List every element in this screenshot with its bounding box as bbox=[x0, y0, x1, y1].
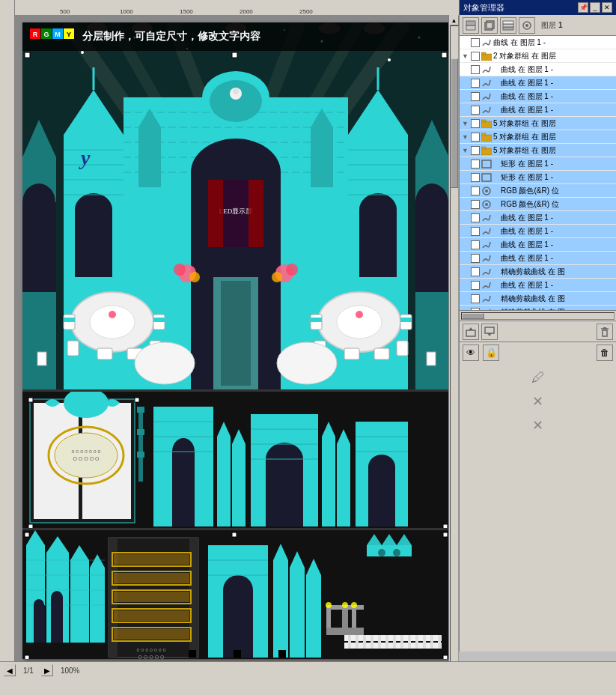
titlebar-close-button[interactable]: ✕ bbox=[602, 2, 612, 13]
toolbar-icon-1[interactable] bbox=[463, 17, 479, 34]
svg-rect-210 bbox=[326, 605, 331, 628]
svg-point-212 bbox=[326, 602, 332, 608]
svg-rect-144 bbox=[232, 444, 246, 526]
expand-icon[interactable]: ▼ bbox=[462, 120, 469, 127]
canvas-content: y bbox=[22, 22, 449, 659]
svg-marker-267 bbox=[469, 327, 473, 330]
titlebar-minimize-button[interactable]: _ bbox=[590, 2, 600, 13]
object-visibility-checkbox[interactable] bbox=[471, 160, 480, 169]
object-visibility-checkbox[interactable] bbox=[471, 65, 480, 74]
obj-list-hscrollbar[interactable] bbox=[460, 310, 616, 321]
object-list-item[interactable]: 矩形 在 图层 1 - bbox=[460, 171, 616, 184]
svg-point-213 bbox=[351, 602, 357, 608]
object-visibility-checkbox[interactable] bbox=[471, 227, 480, 236]
object-visibility-checkbox[interactable] bbox=[471, 38, 480, 47]
vscroll-thumb[interactable] bbox=[451, 58, 458, 188]
toolbar-icon-4[interactable] bbox=[519, 17, 535, 34]
svg-rect-132 bbox=[138, 407, 143, 482]
object-list-item[interactable]: 曲线 在 图层 1 - bbox=[460, 252, 616, 265]
object-visibility-checkbox[interactable] bbox=[471, 106, 480, 115]
object-visibility-checkbox[interactable] bbox=[471, 79, 480, 88]
page-next-button[interactable]: ▶ bbox=[41, 664, 53, 676]
object-visibility-checkbox[interactable] bbox=[471, 133, 480, 142]
extra-icon-trash[interactable]: 🗑 bbox=[597, 345, 613, 361]
object-list[interactable]: 曲线 在 图层 1 -▼2 对象群组 在 图层 曲线 在 图层 1 - 曲线 在… bbox=[460, 36, 616, 310]
toolbar-icon-layers[interactable] bbox=[500, 17, 516, 34]
svg-text:R: R bbox=[33, 31, 38, 38]
bottom-icon-2: ✕ bbox=[532, 393, 543, 410]
obj-hscroll-thumb[interactable] bbox=[462, 313, 484, 319]
expand-icon[interactable]: ▼ bbox=[462, 52, 469, 60]
extra-icon-lock[interactable]: 🔒 bbox=[483, 345, 499, 361]
svg-rect-108 bbox=[37, 352, 46, 365]
object-visibility-checkbox[interactable] bbox=[471, 186, 480, 195]
extra-icon-eye[interactable]: 👁 bbox=[463, 345, 479, 361]
handle-bc bbox=[234, 650, 241, 658]
bottom-toolbar-delete-icon[interactable] bbox=[597, 324, 613, 340]
object-visibility-checkbox[interactable] bbox=[471, 52, 480, 61]
object-visibility-checkbox[interactable] bbox=[471, 119, 480, 128]
page-prev-button[interactable]: ◀ bbox=[4, 664, 16, 676]
vscroll-up-button[interactable]: ▲ bbox=[450, 15, 459, 25]
canvas-area[interactable]: y bbox=[15, 15, 459, 661]
titlebar-pin-button[interactable]: 📌 bbox=[578, 2, 588, 13]
expand-icon[interactable]: ▼ bbox=[462, 147, 469, 154]
svg-rect-226 bbox=[385, 635, 388, 649]
object-list-item[interactable]: ▼2 对象群组 在 图层 bbox=[460, 49, 616, 63]
object-list-item[interactable]: 曲线 在 图层 1 - bbox=[460, 225, 616, 238]
object-manager-titlebar: 对象管理器 📌 _ ✕ bbox=[460, 0, 616, 15]
object-visibility-checkbox[interactable] bbox=[471, 146, 480, 155]
vertical-scrollbar[interactable]: ▲ ▼ bbox=[448, 15, 459, 685]
svg-text:分层制作，可自定尺寸，修改文字内容: 分层制作，可自定尺寸，修改文字内容 bbox=[82, 30, 261, 42]
object-visibility-checkbox[interactable] bbox=[471, 267, 480, 276]
toolbar-icon-2[interactable] bbox=[481, 17, 498, 34]
bottom-toolbar-icon-1[interactable] bbox=[463, 324, 479, 340]
object-manager-bottom-toolbar bbox=[460, 321, 616, 342]
object-list-item[interactable]: 曲线 在 图层 1 - bbox=[460, 103, 616, 117]
svg-rect-122 bbox=[442, 52, 447, 58]
object-list-item[interactable]: 矩形 在 图层 1 - bbox=[460, 157, 616, 171]
object-list-item[interactable]: 精确剪裁曲线 在 图 bbox=[460, 265, 616, 279]
bottom-toolbar-icon-2[interactable] bbox=[481, 324, 498, 340]
titlebar-buttons[interactable]: 📌 _ ✕ bbox=[578, 2, 612, 13]
ruler-tick-1500: 1500 bbox=[180, 8, 193, 15]
svg-marker-172 bbox=[90, 554, 105, 568]
object-list-item[interactable]: 曲线 在 图层 1 - bbox=[460, 279, 616, 292]
object-visibility-checkbox[interactable] bbox=[471, 92, 480, 101]
svg-point-105 bbox=[356, 311, 363, 318]
vscroll-track[interactable] bbox=[450, 25, 459, 674]
object-item-label: 5 对象群组 在 图层 bbox=[493, 118, 614, 129]
expand-icon[interactable]: ▼ bbox=[462, 133, 469, 141]
svg-text:Y: Y bbox=[67, 31, 71, 38]
object-visibility-checkbox[interactable] bbox=[471, 254, 480, 263]
object-list-item[interactable]: 曲线 在 图层 1 - bbox=[460, 90, 616, 103]
object-type-icon bbox=[481, 240, 492, 249]
svg-rect-251 bbox=[481, 120, 486, 122]
object-visibility-checkbox[interactable] bbox=[471, 294, 480, 303]
object-visibility-checkbox[interactable] bbox=[471, 200, 480, 209]
object-list-item[interactable]: ▼5 对象群组 在 图层 bbox=[460, 117, 616, 130]
object-list-item[interactable]: 曲线 在 图层 1 - bbox=[460, 211, 616, 225]
object-list-item[interactable]: RGB 颜色(&R) 位 bbox=[460, 184, 616, 198]
svg-rect-228 bbox=[400, 635, 403, 649]
object-visibility-checkbox[interactable] bbox=[471, 281, 480, 290]
object-type-icon bbox=[481, 227, 492, 236]
object-list-item[interactable]: ▼5 对象群组 在 图层 bbox=[460, 130, 616, 144]
object-list-item[interactable]: 曲线 在 图层 1 - bbox=[460, 238, 616, 252]
object-visibility-checkbox[interactable] bbox=[471, 213, 480, 222]
object-list-item[interactable]: 曲线 在 图层 1 - bbox=[460, 36, 616, 49]
object-list-item[interactable]: 曲线 在 图层 1 - bbox=[460, 63, 616, 76]
object-list-item[interactable]: RGB 颜色(&R) 位 bbox=[460, 198, 616, 211]
object-visibility-checkbox[interactable] bbox=[471, 240, 480, 249]
svg-point-158 bbox=[368, 455, 395, 479]
object-list-item[interactable]: ▼5 对象群组 在 图层 bbox=[460, 144, 616, 157]
object-visibility-checkbox[interactable] bbox=[471, 173, 480, 182]
svg-point-64 bbox=[189, 272, 200, 282]
svg-point-85 bbox=[90, 306, 135, 339]
object-list-item[interactable]: 精确剪裁曲线 在 图 bbox=[460, 292, 616, 306]
obj-hscroll-track[interactable] bbox=[461, 312, 615, 320]
object-manager-title: 对象管理器 bbox=[463, 2, 504, 13]
object-list-item[interactable]: 曲线 在 图层 1 - bbox=[460, 76, 616, 90]
svg-rect-54 bbox=[311, 127, 333, 187]
svg-point-95 bbox=[337, 306, 382, 339]
